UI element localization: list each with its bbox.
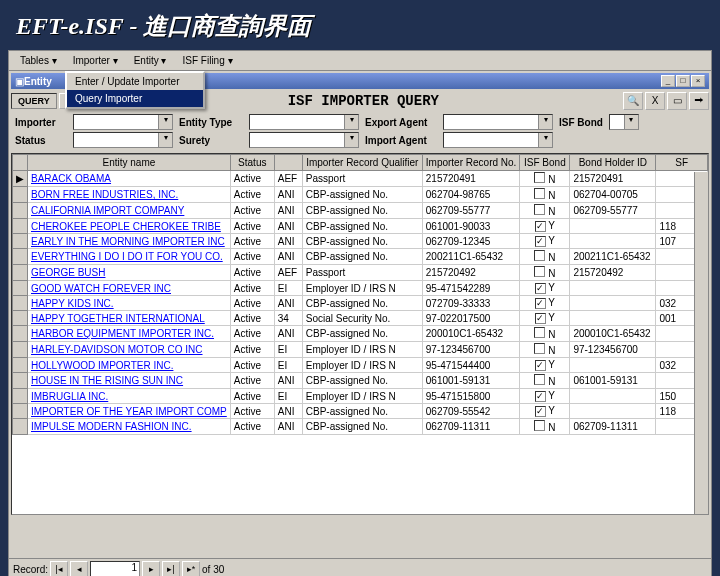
import-agent-select[interactable]: ▾: [443, 132, 553, 148]
row-selector-header[interactable]: [13, 155, 28, 171]
table-row[interactable]: EVERYTHING I DO I DO IT FOR YOU CO.Activ…: [13, 249, 708, 265]
cell-entity[interactable]: HAPPY KIDS INC.: [28, 296, 231, 311]
cell-entity[interactable]: IMBRUGLIA INC.: [28, 389, 231, 404]
cell-isf-bond[interactable]: N: [520, 249, 570, 265]
table-row[interactable]: CALIFORNIA IMPORT COMPANYActiveANICBP-as…: [13, 203, 708, 219]
cell-entity[interactable]: BORN FREE INDUSTRIES, INC.: [28, 187, 231, 203]
cell-entity[interactable]: HOUSE IN THE RISING SUN INC: [28, 373, 231, 389]
table-row[interactable]: HARLEY-DAVIDSON MOTOR CO INCActiveEIEmpl…: [13, 342, 708, 358]
table-row[interactable]: HOLLYWOOD IMPORTER INC.ActiveEIEmployer …: [13, 358, 708, 373]
cell-entity[interactable]: GOOD WATCH FOREVER INC: [28, 281, 231, 296]
row-selector[interactable]: [13, 187, 28, 203]
row-selector[interactable]: [13, 281, 28, 296]
nav-next-button[interactable]: ▸: [142, 561, 160, 576]
row-selector[interactable]: [13, 358, 28, 373]
cell-entity[interactable]: HOLLYWOOD IMPORTER INC.: [28, 358, 231, 373]
row-selector[interactable]: [13, 234, 28, 249]
cell-isf-bond[interactable]: ✓ Y: [520, 281, 570, 296]
nav-prev-button[interactable]: ◂: [70, 561, 88, 576]
table-row[interactable]: GEORGE BUSHActiveAEFPassport215720492 N2…: [13, 265, 708, 281]
cell-isf-bond[interactable]: ✓ Y: [520, 296, 570, 311]
col-irq[interactable]: Importer Record Qualifier: [302, 155, 422, 171]
row-selector[interactable]: [13, 342, 28, 358]
table-row[interactable]: EARLY IN THE MORNING IMPORTER INCActiveA…: [13, 234, 708, 249]
cell-entity[interactable]: CHEROKEE PEOPLE CHEROKEE TRIBE: [28, 219, 231, 234]
row-selector[interactable]: [13, 373, 28, 389]
col-bond-holder[interactable]: Bond Holder ID: [570, 155, 656, 171]
table-row[interactable]: IMBRUGLIA INC.ActiveEIEmployer ID / IRS …: [13, 389, 708, 404]
row-selector[interactable]: [13, 265, 28, 281]
table-row[interactable]: HAPPY TOGETHER INTERNATIONALActive34Soci…: [13, 311, 708, 326]
cell-isf-bond[interactable]: ✓ Y: [520, 389, 570, 404]
entity-type-select[interactable]: ▾: [249, 114, 359, 130]
table-row[interactable]: HOUSE IN THE RISING SUN INCActiveANICBP-…: [13, 373, 708, 389]
vertical-scrollbar[interactable]: [694, 172, 708, 514]
cell-entity[interactable]: BARACK OBAMA: [28, 171, 231, 187]
nav-last-button[interactable]: ▸|: [162, 561, 180, 576]
row-selector[interactable]: [13, 249, 28, 265]
cell-isf-bond[interactable]: ✓ Y: [520, 219, 570, 234]
row-selector[interactable]: [13, 296, 28, 311]
minimize-button[interactable]: _: [661, 75, 675, 87]
cell-isf-bond[interactable]: N: [520, 203, 570, 219]
cell-isf-bond[interactable]: ✓ Y: [520, 311, 570, 326]
form-icon[interactable]: ▭: [667, 92, 687, 110]
cell-isf-bond[interactable]: N: [520, 171, 570, 187]
col-sf[interactable]: SF: [656, 155, 708, 171]
query-button[interactable]: QUERY: [11, 93, 57, 109]
cell-isf-bond[interactable]: ✓ Y: [520, 404, 570, 419]
close-button[interactable]: ×: [691, 75, 705, 87]
row-selector[interactable]: [13, 419, 28, 435]
menu-tables[interactable]: Tables ▾: [13, 53, 64, 68]
col-code[interactable]: [274, 155, 302, 171]
cell-entity[interactable]: CALIFORNIA IMPORT COMPANY: [28, 203, 231, 219]
cell-entity[interactable]: HAPPY TOGETHER INTERNATIONAL: [28, 311, 231, 326]
cell-isf-bond[interactable]: N: [520, 373, 570, 389]
cell-isf-bond[interactable]: N: [520, 326, 570, 342]
cell-entity[interactable]: HARBOR EQUIPMENT IMPORTER INC.: [28, 326, 231, 342]
cell-isf-bond[interactable]: ✓ Y: [520, 234, 570, 249]
cell-isf-bond[interactable]: N: [520, 187, 570, 203]
status-select[interactable]: ▾: [73, 132, 173, 148]
table-row[interactable]: HARBOR EQUIPMENT IMPORTER INC.ActiveANIC…: [13, 326, 708, 342]
isf-bond-select[interactable]: ▾: [609, 114, 639, 130]
maximize-button[interactable]: □: [676, 75, 690, 87]
cell-entity[interactable]: GEORGE BUSH: [28, 265, 231, 281]
importer-select[interactable]: ▾: [73, 114, 173, 130]
cell-entity[interactable]: EARLY IN THE MORNING IMPORTER INC: [28, 234, 231, 249]
export-agent-select[interactable]: ▾: [443, 114, 553, 130]
row-selector[interactable]: [13, 404, 28, 419]
cell-entity[interactable]: IMPULSE MODERN FASHION INC.: [28, 419, 231, 435]
nav-new-button[interactable]: ▸*: [182, 561, 200, 576]
nav-first-button[interactable]: |◂: [50, 561, 68, 576]
cell-isf-bond[interactable]: N: [520, 419, 570, 435]
cell-isf-bond[interactable]: N: [520, 342, 570, 358]
row-selector[interactable]: [13, 203, 28, 219]
surety-select[interactable]: ▾: [249, 132, 359, 148]
cell-isf-bond[interactable]: N: [520, 265, 570, 281]
exit-icon[interactable]: ⮕: [689, 92, 709, 110]
table-row[interactable]: HAPPY KIDS INC.ActiveANICBP-assigned No.…: [13, 296, 708, 311]
cell-entity[interactable]: EVERYTHING I DO I DO IT FOR YOU CO.: [28, 249, 231, 265]
table-row[interactable]: IMPORTER OF THE YEAR IMPORT COMPActiveAN…: [13, 404, 708, 419]
col-status[interactable]: Status: [230, 155, 274, 171]
table-row[interactable]: BORN FREE INDUSTRIES, INC.ActiveANICBP-a…: [13, 187, 708, 203]
menu-importer[interactable]: Importer ▾: [66, 53, 125, 68]
table-row[interactable]: CHEROKEE PEOPLE CHEROKEE TRIBEActiveANIC…: [13, 219, 708, 234]
menu-enter-update-importer[interactable]: Enter / Update Importer: [67, 73, 203, 90]
col-entity-name[interactable]: Entity name: [28, 155, 231, 171]
row-selector[interactable]: ▶: [13, 171, 28, 187]
row-selector[interactable]: [13, 311, 28, 326]
row-selector[interactable]: [13, 219, 28, 234]
table-row[interactable]: IMPULSE MODERN FASHION INC.ActiveANICBP-…: [13, 419, 708, 435]
binoculars-icon[interactable]: 🔍: [623, 92, 643, 110]
row-selector[interactable]: [13, 389, 28, 404]
col-irn[interactable]: Importer Record No.: [422, 155, 520, 171]
record-position[interactable]: 1: [90, 561, 140, 576]
table-row[interactable]: GOOD WATCH FOREVER INCActiveEIEmployer I…: [13, 281, 708, 296]
col-isf-bond[interactable]: ISF Bond: [520, 155, 570, 171]
cell-entity[interactable]: IMPORTER OF THE YEAR IMPORT COMP: [28, 404, 231, 419]
table-row[interactable]: ▶BARACK OBAMAActiveAEFPassport215720491 …: [13, 171, 708, 187]
menu-entity[interactable]: Entity ▾: [127, 53, 174, 68]
cell-isf-bond[interactable]: ✓ Y: [520, 358, 570, 373]
